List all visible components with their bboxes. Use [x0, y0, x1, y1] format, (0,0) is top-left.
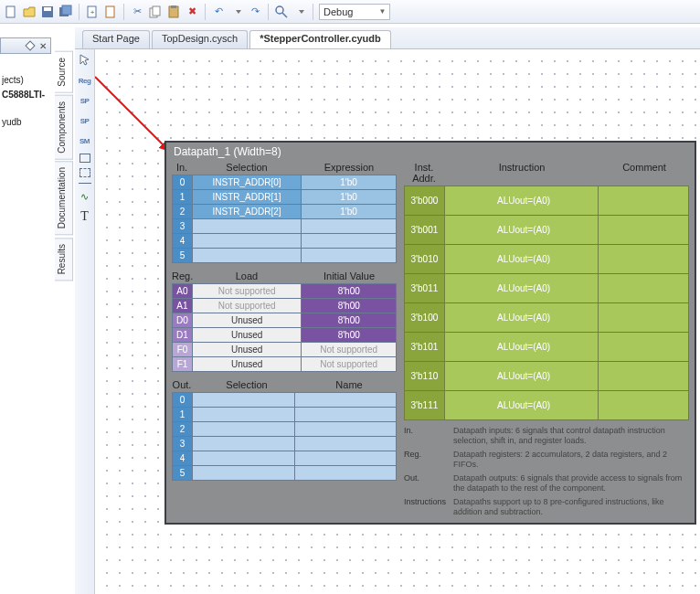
design-canvas[interactable]: Datapath_1 (Width=8) In.SelectionExpress… [95, 49, 700, 594]
in-head-exp: Expression [302, 162, 397, 173]
inst-head-cmt: Comment [599, 162, 689, 184]
out-head-name: Name [302, 379, 397, 390]
text-tool-icon[interactable]: T [78, 209, 92, 224]
side-tab-components[interactable]: Components [55, 95, 73, 160]
desc-ins-k: Instructions [404, 497, 453, 517]
line-tool-icon[interactable] [79, 183, 91, 184]
desc-reg-k: Reg. [404, 450, 453, 470]
table-row: 3'b000ALUout=(A0) [405, 186, 689, 216]
out-section: Out.SelectionName 0 1 2 3 4 5 [172, 379, 397, 481]
wire-tool-icon[interactable]: ∿ [78, 189, 92, 204]
side-tab-results[interactable]: Results [55, 238, 73, 281]
table-row: 2 [173, 422, 397, 437]
save-all-icon[interactable] [58, 5, 73, 19]
table-row: D0Unused8'h00 [173, 313, 397, 328]
table-row: A1Not supported8'h00 [173, 299, 397, 313]
table-row: 3'b110ALUout=(A0) [405, 362, 689, 391]
rect-tool-icon[interactable] [80, 154, 90, 163]
out-table: 0 1 2 3 4 5 [172, 392, 397, 481]
config-dropdown[interactable]: Debug ▼ [319, 4, 390, 20]
chevron-down-icon: ▼ [378, 7, 386, 16]
svg-rect-4 [62, 5, 71, 15]
reg-head-idx: Reg. [172, 270, 192, 281]
tab-steppercontroller[interactable]: *StepperController.cyudb [249, 30, 391, 48]
table-row: 3'b100ALUout=(A0) [405, 303, 689, 333]
table-row: F1UnusedNot supported [173, 357, 397, 372]
editor-area: Start Page TopDesign.cysch *StepperContr… [75, 27, 700, 594]
cut-icon[interactable]: ✂ [130, 5, 144, 19]
rect2-tool-icon[interactable] [80, 168, 90, 177]
table-row: F0UnusedNot supported [173, 343, 397, 357]
tab-start-page[interactable]: Start Page [82, 30, 150, 48]
reg-head-init: Initial Value [302, 270, 397, 281]
sp-tool-icon[interactable]: SP [78, 93, 92, 108]
save-icon[interactable] [40, 5, 55, 19]
table-row: 0INSTR_ADDR[0]1'b0 [173, 175, 397, 190]
undo-dd-icon[interactable] [229, 5, 244, 19]
tab-topdesign[interactable]: TopDesign.cysch [152, 30, 248, 48]
paste-icon[interactable] [166, 5, 181, 19]
reg-table: A0Not supported8'h00 A1Not supported8'h0… [172, 283, 397, 372]
main-toolbar: + ✂ ✖ ↶ ↷ Debug ▼ [0, 0, 700, 24]
desc-in-v: Datapath inputs: 6 signals that control … [453, 426, 685, 446]
side-tab-documentation[interactable]: Documentation [55, 161, 73, 235]
pin-icon[interactable] [25, 40, 35, 50]
side-tab-source[interactable]: Source [55, 51, 73, 93]
proj-line: C5888LTI- [2, 88, 51, 102]
pane-header: ✕ [0, 37, 51, 54]
descriptions: In.Datapath inputs: 6 signals that contr… [404, 426, 689, 517]
table-row: 4 [173, 451, 397, 466]
datapath-title: Datapath_1 (Width=8) [166, 143, 695, 162]
svg-rect-2 [44, 7, 51, 11]
open-icon[interactable] [22, 5, 37, 19]
datapath-block[interactable]: Datapath_1 (Width=8) In.SelectionExpress… [164, 141, 696, 525]
desc-reg-v: Datapath registers: 2 accumulators, 2 da… [453, 450, 685, 470]
desc-out-v: Datapath outputs: 6 signals that provide… [453, 473, 685, 493]
delete-icon[interactable]: ✖ [185, 5, 199, 19]
table-row: A0Not supported8'h00 [173, 284, 397, 299]
reg-section: Reg.LoadInitial Value A0Not supported8'h… [172, 270, 397, 372]
pointer-icon[interactable] [78, 53, 92, 68]
reg-head-load: Load [192, 270, 302, 281]
table-row: 2INSTR_ADDR[2]1'b0 [173, 205, 397, 219]
desc-ins-v: Datapaths support up to 8 pre-configured… [453, 497, 685, 517]
find-dd-icon[interactable] [292, 5, 307, 19]
desc-out-k: Out. [404, 473, 453, 493]
new-icon[interactable] [4, 5, 18, 19]
add-icon[interactable]: + [85, 5, 100, 19]
table-row: 3'b010ALUout=(A0) [405, 245, 689, 274]
side-tabs: Source Components Documentation Results [55, 51, 73, 563]
table-row: 5 [173, 249, 397, 263]
svg-line-13 [282, 13, 287, 17]
sp2-tool-icon[interactable]: SP [78, 113, 92, 128]
proj-line: jects) [2, 73, 51, 88]
table-row: 3'b101ALUout=(A0) [405, 333, 689, 362]
inst-head-addr: Inst. Addr. [404, 162, 444, 184]
reg-tool-icon[interactable]: Reg [78, 73, 92, 88]
config-dropdown-label: Debug [323, 6, 353, 17]
svg-text:+: + [90, 8, 95, 16]
svg-rect-0 [6, 6, 15, 17]
table-row: 1 [173, 408, 397, 422]
out-head-sel: Selection [192, 379, 302, 390]
inst-head-ins: Instruction [444, 162, 599, 184]
table-row: 3 [173, 437, 397, 451]
copy-icon[interactable] [148, 5, 163, 19]
pane-close-icon[interactable]: ✕ [39, 41, 47, 51]
doc-icon[interactable] [103, 5, 118, 19]
undo-icon[interactable]: ↶ [211, 5, 226, 19]
sm-tool-icon[interactable]: SM [78, 133, 92, 148]
find-icon[interactable] [274, 5, 289, 19]
svg-rect-9 [153, 6, 160, 16]
out-head-idx: Out. [172, 379, 192, 390]
svg-point-12 [276, 6, 283, 14]
project-tree-fragment: jects) C5888LTI- yudb [2, 73, 51, 130]
in-head-idx: In. [172, 162, 192, 173]
tool-strip: Reg SP SP SM ∿ T [75, 49, 95, 594]
table-row: 5 [173, 466, 397, 481]
table-row: 1INSTR_ADDR[1]1'b0 [173, 190, 397, 205]
svg-line-14 [95, 77, 170, 152]
redo-icon[interactable]: ↷ [248, 5, 262, 19]
table-row: 3'b011ALUout=(A0) [405, 274, 689, 303]
table-row: 4 [173, 234, 397, 249]
